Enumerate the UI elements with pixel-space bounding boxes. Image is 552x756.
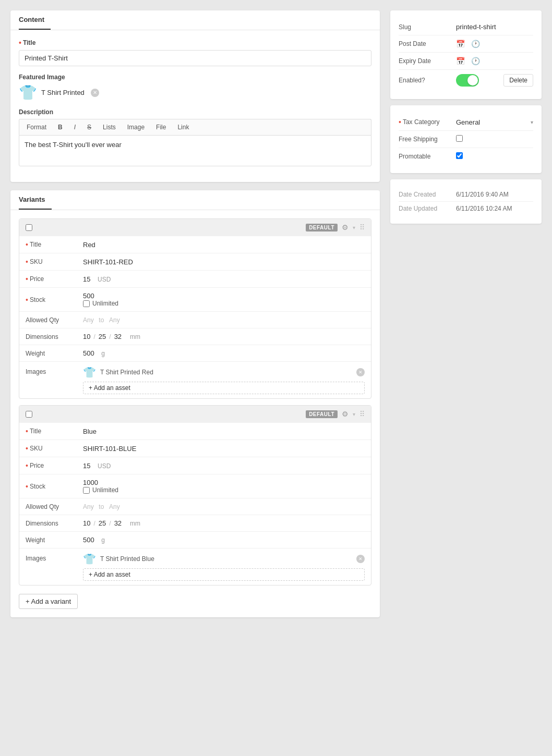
variant-2-stock-value: 1000 Unlimited — [83, 479, 365, 494]
variant-1-title-value[interactable]: Red — [83, 241, 365, 249]
link-btn[interactable]: Link — [175, 123, 191, 132]
strikethrough-btn[interactable]: S — [85, 123, 93, 132]
variant-1-price-label: • Price — [26, 275, 83, 283]
description-editor[interactable]: The best T-Shirt you'll ever wear — [19, 135, 371, 166]
file-btn[interactable]: File — [154, 123, 168, 132]
variant-2-title-value[interactable]: Blue — [83, 428, 365, 435]
variant-1-drag-icon[interactable]: ⠿ — [359, 223, 365, 231]
variant-1-images-value: 👕 T Shirt Printed Red ✕ + Add an asset — [83, 366, 365, 394]
expiry-date-row: Expiry Date 📅 🕐 — [399, 53, 533, 70]
variant-1-shirt-thumb: 👕 — [83, 366, 96, 379]
variant-2-add-asset-button[interactable]: + Add an asset — [83, 568, 365, 581]
variant-2-chevron-icon[interactable]: ▾ — [353, 411, 355, 417]
variant-2-drag-icon[interactable]: ⠿ — [359, 410, 365, 418]
variant-1-chevron-icon[interactable]: ▾ — [353, 225, 355, 230]
variant-1-gear-icon[interactable]: ⚙ — [342, 223, 349, 231]
variant-2-remove-image-icon[interactable]: ✕ — [356, 555, 365, 563]
tax-category-chevron-icon: ▾ — [531, 119, 533, 125]
variants-card: Variants DEFAULT ⚙ ▾ ⠿ — [10, 190, 380, 617]
variant-2-checkbox[interactable] — [26, 411, 32, 418]
post-date-clock-icon[interactable]: 🕐 — [471, 40, 480, 48]
enabled-toggle[interactable] — [456, 74, 479, 87]
slug-label: Slug — [399, 23, 456, 31]
title-required: • — [19, 39, 21, 47]
variant-2-allowed-qty-label: Allowed Qty — [26, 503, 83, 510]
promotable-label: Promotable — [399, 153, 456, 160]
variant-1-price-row: • Price 15 USD — [19, 270, 371, 287]
variant-1-images-cell: 👕 T Shirt Printed Red ✕ + Add an asset — [83, 366, 365, 394]
variant-1-allowed-qty-value: Any to Any — [83, 316, 365, 324]
promotable-row: Promotable — [399, 148, 533, 165]
title-input[interactable] — [19, 50, 371, 66]
expiry-date-label: Expiry Date — [399, 57, 456, 65]
variant-2-image-item: 👕 T Shirt Printed Blue ✕ — [83, 553, 365, 565]
variant-2-weight-label: Weight — [26, 536, 83, 544]
variant-2-images-row: Images 👕 T Shirt Printed Blue ✕ + Add an… — [19, 548, 371, 585]
variant-1-header: DEFAULT ⚙ ▾ ⠿ — [19, 219, 371, 236]
expiry-date-calendar-icon[interactable]: 📅 — [456, 57, 465, 65]
bold-btn[interactable]: B — [56, 123, 65, 132]
variant-1-sku-value[interactable]: SHIRT-101-RED — [83, 258, 365, 266]
variant-2-unlimited-label[interactable]: Unlimited — [83, 486, 365, 494]
variant-1-default-badge: DEFAULT — [306, 224, 338, 231]
variant-2-header: DEFAULT ⚙ ▾ ⠿ — [19, 406, 371, 422]
variant-2-title-row: • Title Blue — [19, 422, 371, 440]
variant-1-add-asset-button[interactable]: + Add an asset — [83, 382, 365, 394]
variant-1-unlimited-checkbox[interactable] — [83, 300, 90, 307]
variant-2-sku-value[interactable]: SHIRT-101-BLUE — [83, 445, 365, 453]
variant-1-unlimited-label[interactable]: Unlimited — [83, 300, 365, 307]
sidebar-tax-card: • Tax Category General ▾ Free Shipping — [390, 105, 542, 173]
featured-image-label: Featured Image — [19, 74, 371, 81]
post-date-calendar-icon[interactable]: 📅 — [456, 40, 465, 48]
variant-2-images-value: 👕 T Shirt Printed Blue ✕ + Add an asset — [83, 553, 365, 581]
tab-content[interactable]: Content — [19, 10, 51, 30]
promotable-checkbox[interactable] — [456, 152, 463, 159]
date-updated-value: 6/11/2016 10:24 AM — [456, 205, 512, 212]
variant-2-allowed-qty-row: Allowed Qty Any to Any — [19, 498, 371, 515]
variant-2-shirt-thumb: 👕 — [83, 553, 96, 565]
date-updated-label: Date Updated — [399, 205, 456, 212]
format-btn[interactable]: Format — [25, 123, 49, 132]
post-date-label: Post Date — [399, 40, 456, 47]
shirt-icon: 👕 — [19, 84, 37, 101]
variant-2-price-row: • Price 15 USD — [19, 457, 371, 474]
variant-1-weight-value: 500 g — [83, 349, 365, 357]
variant-1-allowed-qty-row: Allowed Qty Any to Any — [19, 311, 371, 328]
tax-category-label: • Tax Category — [399, 118, 456, 126]
variant-1-checkbox[interactable] — [26, 224, 32, 231]
tab-variants[interactable]: Variants — [19, 190, 52, 210]
variant-2-title-label: • Title — [26, 427, 83, 435]
remove-featured-image-icon[interactable]: ✕ — [91, 89, 99, 97]
variant-2-gear-icon[interactable]: ⚙ — [342, 410, 349, 418]
add-variant-button[interactable]: + Add a variant — [19, 594, 78, 609]
free-shipping-checkbox[interactable] — [456, 135, 463, 142]
variant-1-image-name: T Shirt Printed Red — [100, 369, 153, 376]
variant-2-unlimited-checkbox[interactable] — [83, 487, 90, 494]
expiry-date-value: 📅 🕐 — [456, 57, 533, 65]
italic-btn[interactable]: I — [72, 123, 78, 132]
post-date-value: 📅 🕐 — [456, 40, 533, 48]
featured-image-name: T Shirt Printed — [41, 89, 85, 96]
description-group: Description Format B I S Lists Image Fil… — [19, 108, 371, 166]
variant-card-1: DEFAULT ⚙ ▾ ⠿ • Title Red — [19, 218, 371, 399]
variant-1-title-row: • Title Red — [19, 236, 371, 253]
variant-1-remove-image-icon[interactable]: ✕ — [356, 368, 365, 376]
free-shipping-row: Free Shipping — [399, 131, 533, 148]
delete-button[interactable]: Delete — [503, 74, 533, 87]
date-updated-row: Date Updated 6/11/2016 10:24 AM — [399, 202, 533, 215]
slug-value[interactable]: printed-t-shirt — [456, 23, 533, 31]
featured-image-row: 👕 T Shirt Printed ✕ — [19, 84, 371, 101]
variant-2-stock-label: • Stock — [26, 482, 83, 491]
enabled-value: Delete — [456, 74, 533, 87]
expiry-date-clock-icon[interactable]: 🕐 — [471, 57, 480, 65]
variant-1-title-label: • Title — [26, 240, 83, 249]
title-label: • Title — [19, 39, 371, 47]
variant-2-images-label: Images — [26, 553, 83, 562]
variant-1-price-value: 15 USD — [83, 275, 365, 283]
editor-toolbar: Format B I S Lists Image File Link — [19, 119, 371, 135]
lists-btn[interactable]: Lists — [101, 123, 118, 132]
image-btn[interactable]: Image — [125, 123, 147, 132]
date-created-row: Date Created 6/11/2016 9:40 AM — [399, 188, 533, 202]
tax-category-select[interactable]: General — [456, 118, 489, 126]
content-card: Content • Title Featured Image 👕 T Shirt… — [10, 10, 380, 182]
